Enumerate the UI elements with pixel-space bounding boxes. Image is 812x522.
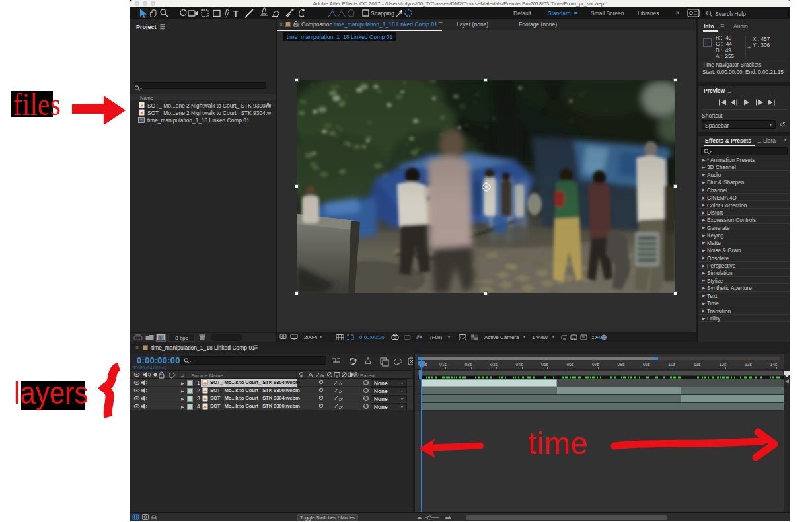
svg-text:fx: fx bbox=[339, 404, 343, 410]
svg-text:Source Name: Source Name bbox=[191, 373, 223, 379]
svg-text:fx: fx bbox=[339, 389, 343, 394]
svg-text:fx: fx bbox=[339, 381, 343, 387]
svg-text:Parent: Parent bbox=[360, 373, 376, 379]
svg-text:#: # bbox=[181, 373, 184, 379]
svg-text:T: T bbox=[233, 9, 239, 19]
svg-text:fx: fx bbox=[320, 373, 324, 379]
svg-text:fx: fx bbox=[339, 396, 343, 402]
